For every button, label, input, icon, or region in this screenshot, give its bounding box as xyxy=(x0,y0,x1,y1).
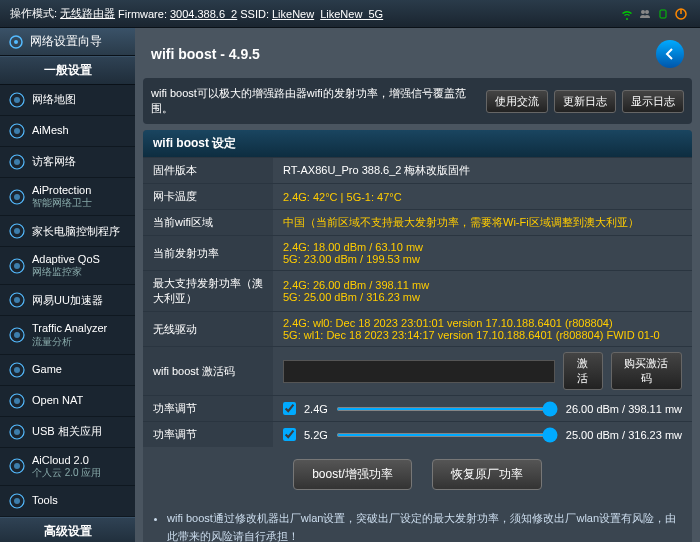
svg-point-24 xyxy=(14,367,20,373)
tools-icon xyxy=(8,492,26,510)
svg-point-0 xyxy=(641,10,645,14)
sidebar-item-sublabel: 智能网络卫士 xyxy=(32,197,92,209)
svg-point-6 xyxy=(14,40,18,44)
adj24-value: 26.00 dBm / 398.11 mw xyxy=(566,403,682,415)
temp-value: 2.4G: 42°C | 5G-1: 47°C xyxy=(273,184,692,210)
settings-panel: wifi boost 设定 固件版本RT-AX86U_Pro 388.6_2 梅… xyxy=(143,130,692,542)
cloud-icon xyxy=(8,457,26,475)
show-log-button[interactable]: 显示日志 xyxy=(622,90,684,113)
buy-code-button[interactable]: 购买激活码 xyxy=(611,352,682,390)
adj24-label: 功率调节 xyxy=(143,396,273,422)
ssid2-link[interactable]: LikeNew_5G xyxy=(320,8,383,20)
back-arrow-icon xyxy=(662,46,678,62)
svg-point-22 xyxy=(14,332,20,338)
activate-button[interactable]: 激活 xyxy=(563,352,602,390)
uu-icon xyxy=(8,291,26,309)
fw-value: RT-AX86U_Pro 388.6_2 梅林改版固件 xyxy=(273,158,692,184)
category-general: 一般设置 xyxy=(0,56,135,85)
svg-point-1 xyxy=(645,10,649,14)
mode-link[interactable]: 无线路由器 xyxy=(60,6,115,21)
traffic-icon xyxy=(8,326,26,344)
wifi-icon[interactable] xyxy=(620,7,634,21)
back-button[interactable] xyxy=(656,40,684,68)
ssid1-link[interactable]: LikeNew xyxy=(272,8,314,20)
svg-point-18 xyxy=(14,263,20,269)
wizard-icon xyxy=(8,34,24,50)
maxpwr-value: 2.4G: 26.00 dBm / 398.11 mw5G: 25.00 dBm… xyxy=(273,271,692,312)
usb-icon[interactable] xyxy=(656,7,670,21)
update-log-button[interactable]: 更新日志 xyxy=(554,90,616,113)
activation-input[interactable] xyxy=(283,360,555,383)
svg-point-26 xyxy=(14,398,20,404)
region-value: 中国（当前区域不支持最大发射功率，需要将Wi-Fi区域调整到澳大利亚） xyxy=(273,210,692,236)
sidebar-item-game[interactable]: Game xyxy=(0,355,135,386)
sidebar-item-globe[interactable]: 网络地图 xyxy=(0,85,135,116)
sidebar-item-label: Traffic Analyzer xyxy=(32,322,107,335)
svg-point-14 xyxy=(14,194,20,200)
main-content: wifi boost - 4.9.5 wifi boost可以极大的增强路由器w… xyxy=(135,28,700,542)
boost-button[interactable]: boost/增强功率 xyxy=(293,459,412,490)
mesh-icon xyxy=(8,122,26,140)
adj24-band: 2.4G xyxy=(304,403,328,415)
sidebar-item-uu[interactable]: 网易UU加速器 xyxy=(0,285,135,316)
sidebar-item-parent[interactable]: 家长电脑控制程序 xyxy=(0,216,135,247)
maxpwr-label: 最大支持发射功率（澳大利亚） xyxy=(143,271,273,312)
svg-rect-2 xyxy=(660,10,666,18)
restore-button[interactable]: 恢复原厂功率 xyxy=(432,459,542,490)
page-title: wifi boost - 4.9.5 xyxy=(151,46,260,62)
sidebar-item-label: USB 相关应用 xyxy=(32,425,102,438)
description-text: wifi boost可以极大的增强路由器wifi的发射功率，增强信号覆盖范围。 xyxy=(151,86,480,116)
description-row: wifi boost可以极大的增强路由器wifi的发射功率，增强信号覆盖范围。 … xyxy=(143,78,692,124)
svg-point-16 xyxy=(14,228,20,234)
svg-point-28 xyxy=(14,429,20,435)
fw-link[interactable]: 3004.388.6_2 xyxy=(170,8,237,20)
driver-value: 2.4G: wl0: Dec 18 2023 23:01:01 version … xyxy=(273,312,692,347)
sidebar-item-nat[interactable]: Open NAT xyxy=(0,386,135,417)
sidebar-item-qos[interactable]: Adaptive QoS网络监控家 xyxy=(0,247,135,285)
sidebar-item-tools[interactable]: Tools xyxy=(0,486,135,517)
usage-button[interactable]: 使用交流 xyxy=(486,90,548,113)
sidebar-item-mesh[interactable]: AiMesh xyxy=(0,116,135,147)
curpwr-label: 当前发射功率 xyxy=(143,236,273,271)
wizard-button[interactable]: 网络设置向导 xyxy=(0,28,135,56)
fw-label: Firmware: xyxy=(118,8,167,20)
sidebar-item-cloud[interactable]: AiCloud 2.0个人云 2.0 应用 xyxy=(0,448,135,486)
sidebar-item-label: 网络地图 xyxy=(32,93,76,106)
qos-icon xyxy=(8,257,26,275)
activation-label: wifi boost 激活码 xyxy=(143,347,273,396)
sidebar-item-usb[interactable]: USB 相关应用 xyxy=(0,417,135,448)
usb-icon xyxy=(8,423,26,441)
notes-list: wifi boost通过修改机器出厂wlan设置，突破出厂设定的最大发射功率，须… xyxy=(143,502,692,542)
shield-icon xyxy=(8,188,26,206)
sidebar-item-sublabel: 网络监控家 xyxy=(32,266,100,278)
sidebar: 网络设置向导 一般设置 网络地图AiMesh访客网络AiProtection智能… xyxy=(0,28,135,542)
sidebar-item-label: 网易UU加速器 xyxy=(32,294,103,307)
adj24-checkbox[interactable] xyxy=(283,402,296,415)
sidebar-item-label: AiCloud 2.0 xyxy=(32,454,101,467)
sidebar-item-label: 家长电脑控制程序 xyxy=(32,225,120,238)
sidebar-item-label: Game xyxy=(32,363,62,376)
svg-point-12 xyxy=(14,159,20,165)
users-icon[interactable] xyxy=(638,7,652,21)
sidebar-item-label: Adaptive QoS xyxy=(32,253,100,266)
curpwr-value: 2.4G: 18.00 dBm / 63.10 mw5G: 23.00 dBm … xyxy=(273,236,692,271)
nat-icon xyxy=(8,392,26,410)
mode-label: 操作模式: xyxy=(10,6,57,21)
svg-point-10 xyxy=(14,128,20,134)
svg-point-8 xyxy=(14,97,20,103)
sidebar-item-traffic[interactable]: Traffic Analyzer流量分析 xyxy=(0,316,135,354)
adj5-checkbox[interactable] xyxy=(283,428,296,441)
adj5-slider[interactable] xyxy=(336,433,558,437)
sidebar-item-guest[interactable]: 访客网络 xyxy=(0,147,135,178)
power-icon[interactable] xyxy=(674,7,688,21)
fw-label: 固件版本 xyxy=(143,158,273,184)
game-icon xyxy=(8,361,26,379)
sidebar-item-label: Tools xyxy=(32,494,58,507)
adj24-slider[interactable] xyxy=(336,407,558,411)
svg-point-30 xyxy=(14,463,20,469)
sidebar-item-label: Open NAT xyxy=(32,394,83,407)
panel-header: wifi boost 设定 xyxy=(143,130,692,157)
note-item: wifi boost通过修改机器出厂wlan设置，突破出厂设定的最大发射功率，须… xyxy=(167,510,682,542)
sidebar-item-shield[interactable]: AiProtection智能网络卫士 xyxy=(0,178,135,216)
region-label: 当前wifi区域 xyxy=(143,210,273,236)
